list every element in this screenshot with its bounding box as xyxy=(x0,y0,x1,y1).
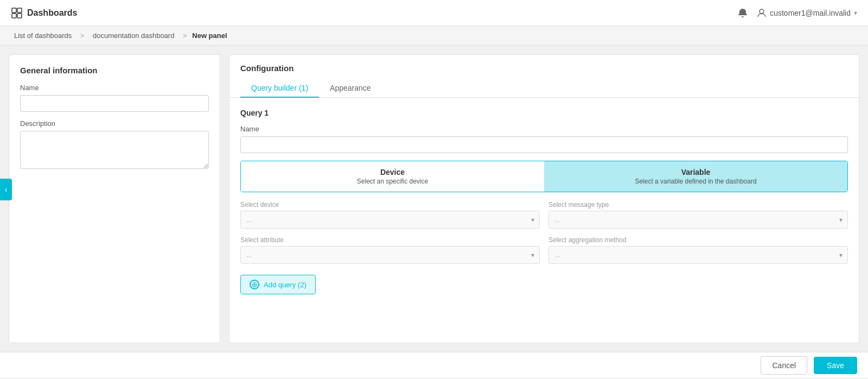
variable-toggle-sub: Select a variable defined in the dashboa… xyxy=(553,178,839,185)
tab-query-builder[interactable]: Query builder (1) xyxy=(240,79,319,98)
device-toggle-sub: Select an specific device xyxy=(250,178,535,185)
app-title: Dashboards xyxy=(27,8,77,18)
header: Dashboards customer1@mail.invalid ▾ xyxy=(0,0,868,26)
sidebar-toggle-icon: ‹ xyxy=(5,185,8,194)
variable-toggle-option[interactable]: Variable Select a variable defined in th… xyxy=(544,161,847,192)
select-aggregation-input[interactable]: ... xyxy=(548,246,848,264)
name-group: Name xyxy=(20,84,209,112)
description-input[interactable] xyxy=(20,131,209,169)
config-header: Configuration Query builder (1) Appearan… xyxy=(229,55,859,98)
breadcrumb-separator-2: > xyxy=(183,31,187,40)
name-label: Name xyxy=(20,84,209,92)
select-attribute-label: Select attribute xyxy=(240,236,540,244)
select-message-type-input[interactable]: ... xyxy=(548,211,848,229)
query-section-title: Query 1 xyxy=(240,109,848,117)
device-toggle-main: Device xyxy=(250,168,535,176)
select-aggregation-wrapper: ... xyxy=(548,246,848,264)
save-button[interactable]: Save xyxy=(814,357,857,374)
select-aggregation-col: Select aggregation method ... xyxy=(548,236,848,264)
add-query-button[interactable]: ⊕ Add query (2) xyxy=(240,275,316,294)
select-message-type-label: Select message type xyxy=(548,201,848,209)
sidebar-toggle-button[interactable]: ‹ xyxy=(0,179,12,200)
breadcrumb-separator-1: > xyxy=(80,31,85,40)
chevron-down-icon: ▾ xyxy=(854,9,857,17)
device-message-row: Select device ... Select message type ..… xyxy=(240,201,848,229)
plus-circle-icon: ⊕ xyxy=(250,280,259,289)
config-title: Configuration xyxy=(240,64,848,73)
tabs: Query builder (1) Appearance xyxy=(240,79,848,97)
select-message-type-col: Select message type ... xyxy=(548,201,848,229)
user-icon xyxy=(757,8,767,18)
footer: Cancel Save xyxy=(0,352,868,378)
select-device-label: Select device xyxy=(240,201,540,209)
select-device-input[interactable]: ... xyxy=(240,211,540,229)
config-body: Query 1 Name Device Select an specific d… xyxy=(229,98,859,343)
header-right: customer1@mail.invalid ▾ xyxy=(737,8,857,18)
description-group: Description xyxy=(20,119,209,170)
user-info[interactable]: customer1@mail.invalid ▾ xyxy=(757,8,857,18)
variable-toggle-main: Variable xyxy=(553,168,839,176)
device-toggle-option[interactable]: Device Select an specific device xyxy=(241,161,544,192)
device-variable-toggle: Device Select an specific device Variabl… xyxy=(240,161,848,192)
app-logo: Dashboards xyxy=(11,7,77,19)
description-label: Description xyxy=(20,119,209,128)
tab-appearance[interactable]: Appearance xyxy=(319,79,382,98)
dashboard-icon xyxy=(11,7,23,19)
select-device-wrapper: ... xyxy=(240,211,540,229)
select-aggregation-label: Select aggregation method xyxy=(548,236,848,244)
query-name-label: Name xyxy=(240,125,848,133)
general-info-title: General information xyxy=(20,66,209,75)
svg-rect-3 xyxy=(17,14,22,18)
select-attribute-input[interactable]: ... xyxy=(240,246,540,264)
attribute-aggregation-row: Select attribute ... Select aggregation … xyxy=(240,236,848,264)
select-device-col: Select device ... xyxy=(240,201,540,229)
select-attribute-wrapper: ... xyxy=(240,246,540,264)
svg-rect-0 xyxy=(12,8,16,12)
select-message-type-wrapper: ... xyxy=(548,211,848,229)
header-left: Dashboards xyxy=(11,7,77,19)
breadcrumb-item-1[interactable]: List of dashboards xyxy=(14,31,72,40)
add-query-label: Add query (2) xyxy=(264,281,307,289)
cancel-button[interactable]: Cancel xyxy=(761,356,807,375)
svg-rect-1 xyxy=(17,8,22,12)
svg-rect-2 xyxy=(12,14,16,18)
breadcrumb: List of dashboards > documentation dashb… xyxy=(0,26,868,46)
general-information-panel: General information Name Description xyxy=(9,54,220,343)
main-layout: General information Name Description Con… xyxy=(0,46,868,352)
breadcrumb-current: New panel xyxy=(192,31,227,40)
name-input[interactable] xyxy=(20,95,209,112)
svg-point-4 xyxy=(760,9,764,14)
breadcrumb-item-2[interactable]: documentation dashboard xyxy=(93,31,174,40)
select-attribute-col: Select attribute ... xyxy=(240,236,540,264)
user-email: customer1@mail.invalid xyxy=(770,9,851,17)
configuration-panel: Configuration Query builder (1) Appearan… xyxy=(229,54,859,343)
query-name-input[interactable] xyxy=(240,136,848,153)
bell-icon[interactable] xyxy=(737,8,748,18)
